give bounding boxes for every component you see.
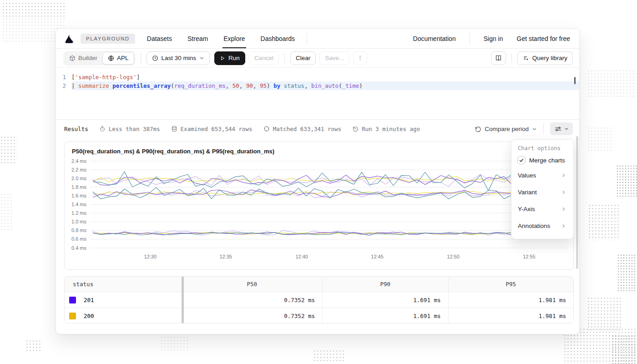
database-icon [171,126,177,132]
kebab-icon [357,55,363,61]
svg-text:12:35: 12:35 [219,254,232,259]
svg-text:1.6 ms: 1.6 ms [71,193,87,198]
history-icon [352,126,359,132]
divider [543,124,544,134]
column-header-p95[interactable]: P95 [449,277,574,292]
axiom-logo-icon[interactable] [64,34,74,44]
table-row[interactable]: 200 0.7352 ms 1.691 ms 1.981 ms [65,308,573,324]
svg-text:0.4 ms: 0.4 ms [71,245,87,251]
svg-text:1.2 ms: 1.2 ms [71,210,87,216]
halftone-decoration [587,126,612,152]
chart-options-button[interactable] [550,122,573,135]
docs-book-button[interactable] [491,51,506,65]
table-row[interactable]: 201 0.7352 ms 1.691 ms 1.981 ms [65,292,573,308]
apl-query-editor[interactable]: 1 ['sample-http-logs'] 2 | summarize per… [56,68,579,120]
svg-text:12:45: 12:45 [371,254,384,259]
status-value: 200 [84,313,94,319]
tab-dashboards[interactable]: Dashboards [261,29,295,48]
column-header-status[interactable]: status [65,277,182,292]
svg-text:12:55: 12:55 [523,254,536,259]
builder-mode-button[interactable]: Builder [64,52,102,65]
nav-divider [470,33,470,44]
nav-divider [307,33,307,44]
svg-text:12:30: 12:30 [144,254,157,259]
playground-window: PLAYGROUND Datasets Stream Explore Dashb… [56,28,580,334]
toolbar-divider [284,53,285,63]
query-duration-stat: Less than 387ms [99,126,160,132]
documentation-link[interactable]: Documentation [413,35,456,42]
p90-value: 1.691 ms [323,292,449,308]
menu-item-annotations[interactable]: Annotations [511,217,573,234]
sliders-icon [554,126,562,132]
column-header-p50[interactable]: P50 [182,277,323,292]
list-arrow-icon [523,55,529,61]
sign-in-link[interactable]: Sign in [484,35,503,42]
svg-text:2.2 ms: 2.2 ms [71,167,87,172]
history-icon [475,126,481,132]
results-table: status P50 P90 P95 201 0.7352 ms 1.691 m… [64,276,574,324]
tab-stream[interactable]: Stream [187,29,208,48]
p50-value: 0.7352 ms [182,308,323,324]
chevron-down-icon [564,126,569,131]
nav-tabs: Datasets Stream Explore Dashboards [147,29,295,48]
cancel-button[interactable]: Cancel [249,51,279,65]
svg-text:2.0 ms: 2.0 ms [71,176,87,181]
halftone-decoration [617,254,637,293]
target-icon [263,126,270,132]
query-library-button[interactable]: Query library [517,51,573,65]
apl-mode-button[interactable]: APL [102,52,134,65]
stopwatch-icon [99,126,106,132]
halftone-decoration [25,339,41,352]
halftone-decoration [588,204,621,240]
save-button[interactable]: Save... [319,51,349,65]
column-resize-handle[interactable] [182,277,184,323]
editor-scrollbar-thumb[interactable] [574,77,576,84]
play-icon [220,56,225,61]
halftone-decoration [612,335,637,364]
results-title: Results [64,126,88,132]
checkbox-checked-icon[interactable] [517,156,526,164]
merge-charts-toggle[interactable]: Merge charts [511,155,573,167]
chevron-right-icon [561,173,566,178]
svg-text:1.8 ms: 1.8 ms [71,184,87,190]
chart-plot-area[interactable]: 2.4 ms2.2 ms2.0 ms1.8 ms1.6 ms1.4 ms1.2 … [65,142,573,269]
page-background: PLAYGROUND Datasets Stream Explore Dashb… [0,0,637,364]
more-options-button[interactable] [353,51,367,65]
run-button[interactable]: Run [214,51,245,65]
menu-item-variant[interactable]: Variant [511,184,573,201]
halftone-decoration [587,297,622,330]
chart-options-popup: Chart options Merge charts Values Varian… [511,139,574,239]
status-value: 201 [84,297,94,303]
results-status-bar: Results Less than 387ms Examined 653,544… [56,120,579,138]
chevron-right-icon [561,207,566,212]
tab-explore[interactable]: Explore [223,29,245,48]
p95-value: 1.981 ms [449,292,574,308]
time-range-button[interactable]: Last 30 mins [147,51,210,65]
clock-icon [152,55,158,61]
chevron-right-icon [561,223,566,228]
percentiles-chart[interactable]: 2.4 ms2.2 ms2.0 ms1.8 ms1.6 ms1.4 ms1.2 … [64,142,574,270]
tab-datasets[interactable]: Datasets [147,29,172,48]
column-header-p90[interactable]: P90 [323,277,449,292]
get-started-link[interactable]: Get started for free [517,35,571,42]
playground-badge: PLAYGROUND [81,34,135,44]
menu-item-values[interactable]: Values [511,167,573,184]
compare-period-button[interactable]: Compare period [475,126,537,132]
query-line-2: | summarize percentiles_array(req_durati… [71,81,579,90]
matched-rows-stat: Matched 633,341 rows [263,126,342,132]
halftone-decoration [313,349,345,363]
clear-button[interactable]: Clear [290,51,316,65]
top-navbar: PLAYGROUND Datasets Stream Explore Dashb… [56,29,579,49]
toolbar-divider [141,53,141,63]
examined-rows-stat: Examined 653,544 rows [171,126,253,132]
svg-text:2.4 ms: 2.4 ms [71,158,87,164]
editor-line-2: 2 | summarize percentiles_array(req_dura… [56,81,579,90]
p50-value: 0.7352 ms [182,292,323,308]
series-color-swatch [69,297,76,303]
menu-item-y-axis[interactable]: Y-Axis [511,201,573,217]
svg-text:12:50: 12:50 [447,254,460,259]
line-number: 1 [56,73,71,81]
query-line-1: ['sample-http-logs'] [71,73,579,81]
svg-text:0.8 ms: 0.8 ms [71,228,87,233]
results-scrollbar-thumb[interactable] [576,136,578,269]
